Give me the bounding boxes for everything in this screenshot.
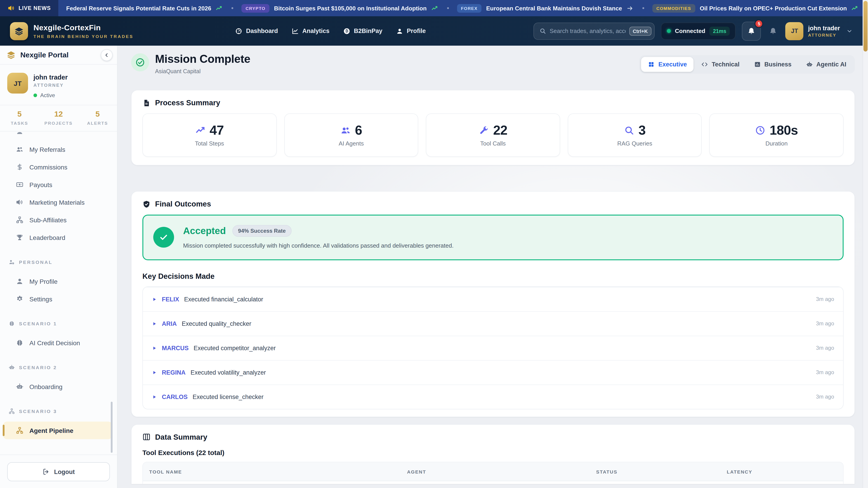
decision-agent: MARCUS [162,345,189,352]
stat-top: 3 [624,124,646,137]
decision-action: Executed volatility_analyzer [191,369,266,376]
user-role: ATTORNEY [33,83,68,88]
sidebar-item[interactable]: My Profile [0,272,117,290]
tool-executions-title: Tool Executions (22 total) [143,449,844,456]
decisions-title: Key Decisions Made [143,272,844,281]
bell-icon [769,27,777,35]
nav-link[interactable]: Analytics [291,27,329,35]
decision-agent: REGINA [162,369,186,376]
sidebar-item-partial[interactable] [0,131,117,140]
mission-complete-check-icon [131,53,149,71]
decision-agent: ARIA [162,320,177,327]
ticker-headline: Federal Reserve Signals Potential Rate C… [66,5,211,11]
nav-link-label: Dashboard [246,28,278,34]
sidebar-item[interactable]: Commissions [0,158,117,176]
main-content: Mission Complete AsiaQuant Capital Execu… [118,46,863,488]
search-input[interactable] [550,28,625,34]
sidebar-item-icon [16,295,24,303]
nav-link[interactable]: Dashboard [235,27,278,35]
decision-row[interactable]: CARLOS Executed license_checker 3m ago [143,385,843,409]
sidebar-item-label: Payouts [29,181,52,188]
logout-label: Logout [54,468,74,475]
app-root: LIVE NEWS Federal Reserve Signals Potent… [0,0,868,488]
sidebar-scrollbar[interactable] [111,402,113,453]
sidebar-item-label: Leaderboard [29,234,65,241]
ticker-category-badge: FOREX [457,4,482,12]
user-menu[interactable]: JT john trader ATTORNEY [785,22,852,40]
stat-icon [195,125,206,135]
ticker-item[interactable]: CRYPTO Bitcoin Surges Past $105,000 on I… [241,4,449,12]
stat-top: 47 [195,124,224,137]
table-column-header: LATENCY [727,469,837,475]
page-scrollbar-track[interactable] [863,0,868,488]
stat-top: 22 [479,124,507,137]
ticker-items: Federal Reserve Signals Potential Rate C… [59,0,863,16]
decision-row[interactable]: ARIA Executed quality_checker 3m ago [143,311,843,336]
notifications-button[interactable]: 5 [742,22,761,40]
sidebar-item[interactable]: Sub-Affiliates [0,211,117,229]
sidebar-item-label: Marketing Materials [29,199,85,206]
trend-icon [431,5,438,11]
decision-row[interactable]: REGINA Executed volatility_analyzer 3m a… [143,360,843,385]
brand-tagline: THE BRAIN BEHIND YOUR TRADES [33,34,133,39]
nav-link-label: Analytics [302,28,329,34]
view-tab[interactable]: Agentic AI [799,57,853,72]
sidebar-item[interactable]: Settings [0,290,117,308]
user-status: Active [33,92,68,98]
play-icon[interactable] [152,321,157,326]
sidebar-item[interactable]: Leaderboard [0,229,117,246]
ticker-separator-dot [643,7,644,9]
sidebar-item[interactable]: AI Credit Decision [0,334,117,352]
nav-link[interactable]: Profile [396,27,426,35]
sidebar-collapse-button[interactable] [101,49,113,61]
sidebar-item[interactable]: Payouts [0,176,117,193]
brand-logo[interactable] [10,22,28,40]
alerts-button[interactable] [767,27,779,35]
sidebar-item-icon [16,383,24,390]
decision-agent: CARLOS [162,394,188,400]
tab-label: Business [764,61,792,68]
sidebar-header: Nexgile Portal [0,46,117,65]
tab-icon [648,61,655,68]
view-tab[interactable]: Technical [694,57,746,72]
decision-timestamp: 3m ago [816,296,834,302]
play-icon[interactable] [152,370,157,375]
page-scrollbar-thumb[interactable] [864,1,868,52]
nav-link[interactable]: B2BinPay [343,27,382,35]
sidebar-item[interactable]: Agent Pipeline [3,422,113,439]
sidebar-section-header: PERSONAL [0,255,117,269]
stat-value: 180s [770,124,798,137]
sidebar-item-icon [16,163,24,171]
notification-count-badge: 5 [755,19,763,28]
megaphone-icon [8,4,15,12]
section-label: SCENARIO 1 [19,321,57,326]
play-icon[interactable] [152,297,157,302]
ticker-item[interactable]: FOREX European Central Bank Maintains Do… [457,4,644,12]
play-icon[interactable] [152,394,157,399]
sidebar-item[interactable]: Onboarding [0,378,117,395]
search-shortcut-kbd: Ctrl+K [629,26,651,35]
sidebar-item[interactable]: My Referrals [0,140,117,158]
bell-icon [747,27,756,35]
view-tab[interactable]: Executive [641,57,694,72]
sidebar-section-header: SCENARIO 1 [0,317,117,330]
sidebar-item-label: AI Credit Decision [29,339,80,346]
logout-button[interactable]: Logout [7,462,110,481]
decision-agent: FELIX [162,296,179,303]
table-row[interactable] [143,481,843,484]
nav-link-icon [235,27,242,35]
play-icon[interactable] [152,346,157,351]
layers-icon [14,26,24,36]
decision-row[interactable]: MARCUS Executed competitor_analyzer 3m a… [143,336,843,360]
top-bar-right: Ctrl+K Connected 21ms 5 JT john [533,22,852,40]
stat-value: 12 [39,110,78,119]
ticker-item[interactable]: Federal Reserve Signals Potential Rate C… [66,5,234,11]
stat-value: 47 [210,124,224,137]
page-subtitle: AsiaQuant Capital [155,68,250,74]
sidebar-item-icon [16,216,24,224]
decision-row[interactable]: FELIX Executed financial_calculator 3m a… [143,287,843,311]
sidebar-item[interactable]: Marketing Materials [0,193,117,211]
view-tab[interactable]: Business [747,57,798,72]
page-title: Mission Complete [155,53,250,66]
ticker-item[interactable]: COMMODITIES Oil Prices Rally on OPEC+ Pr… [652,4,863,12]
